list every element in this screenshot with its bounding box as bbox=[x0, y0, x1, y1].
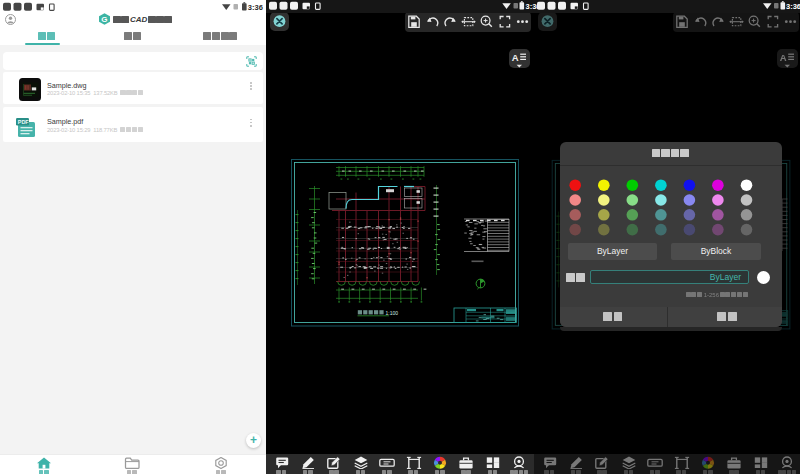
svg-text:G: G bbox=[101, 15, 107, 24]
svg-text:3:36: 3:36 bbox=[248, 3, 263, 12]
svg-text:3:36: 3:36 bbox=[786, 2, 800, 11]
svg-text:PDF: PDF bbox=[18, 119, 29, 125]
